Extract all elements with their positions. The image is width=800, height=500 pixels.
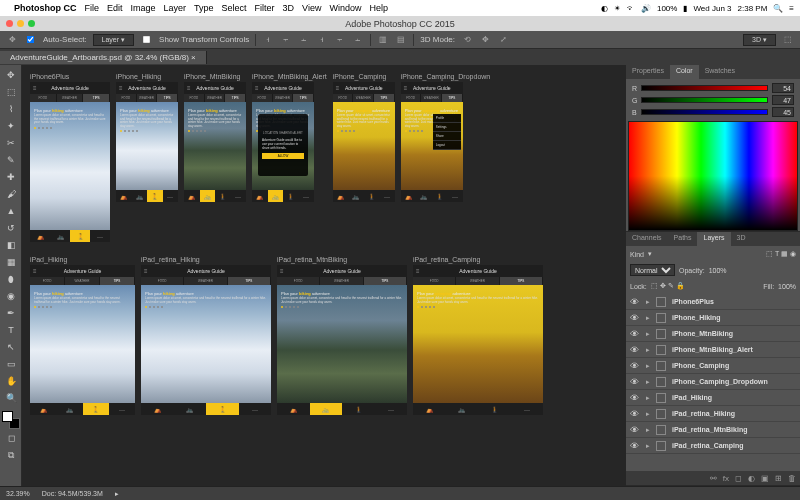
nav-more-icon[interactable]: ⋯ <box>299 190 315 202</box>
nav-more-icon[interactable]: ⋯ <box>375 403 408 415</box>
visibility-icon[interactable]: 👁 <box>630 329 640 339</box>
g-value[interactable] <box>772 95 794 105</box>
r-value[interactable] <box>772 83 794 93</box>
burger-icon[interactable]: ≡ <box>404 85 408 91</box>
nav-bike-icon[interactable]: 🚲 <box>446 403 479 415</box>
mockup-tab[interactable]: FOOD <box>401 94 422 102</box>
path-tool[interactable]: ↖ <box>0 339 22 355</box>
mockup-tab[interactable]: FOOD <box>30 277 65 285</box>
mac-menu-item[interactable]: Window <box>329 3 361 13</box>
new-layer-icon[interactable]: ⊞ <box>775 474 782 483</box>
artboard-wrapper[interactable]: iPad_retina_MtnBiking ≡Adventure Guide F… <box>277 256 407 415</box>
workspace-switcher[interactable]: 3D ▾ <box>743 34 776 46</box>
artboard[interactable]: ≡Adventure Guide FOODWEATHERTIPS Plan yo… <box>30 82 110 242</box>
nav-tent-icon[interactable]: ⛺ <box>277 403 310 415</box>
burger-icon[interactable]: ≡ <box>255 85 259 91</box>
artboard-wrapper[interactable]: iPhone_Camping ≡Adventure Guide FOODWEAT… <box>333 73 395 242</box>
link-layers-icon[interactable]: ⚯ <box>710 474 717 483</box>
disclosure-icon[interactable]: ▸ <box>646 330 650 338</box>
visibility-icon[interactable]: 👁 <box>630 409 640 419</box>
burger-icon[interactable]: ≡ <box>33 85 37 91</box>
mockup-tab[interactable]: WEATHER <box>137 94 158 102</box>
visibility-icon[interactable]: 👁 <box>630 441 640 451</box>
layer-name[interactable]: iPad_retina_Camping <box>672 442 744 449</box>
mockup-tab[interactable]: WEATHER <box>353 94 374 102</box>
nav-bike-icon[interactable]: 🚲 <box>174 403 207 415</box>
mockup-tab[interactable]: FOOD <box>277 277 320 285</box>
layer-name[interactable]: iPhone_Camping <box>672 362 729 369</box>
nav-more-icon[interactable]: ⋯ <box>447 190 463 202</box>
mac-menu-item[interactable]: Layer <box>164 3 187 13</box>
orbit-3d-icon[interactable]: ⟲ <box>461 34 473 46</box>
nav-hike-icon[interactable]: 🚶 <box>83 403 109 415</box>
nav-tent-icon[interactable]: ⛺ <box>252 190 268 202</box>
nav-hike-icon[interactable]: 🚶 <box>147 190 163 202</box>
nav-more-icon[interactable]: ⋯ <box>90 230 110 242</box>
mockup-tab[interactable]: TIPS <box>228 277 271 285</box>
layer-row[interactable]: 👁 ▸ iPhone_Camping <box>626 358 800 374</box>
mockup-tab[interactable]: TIPS <box>293 94 314 102</box>
layer-name[interactable]: iPhone_MtnBiking <box>672 330 733 337</box>
layer-row[interactable]: 👁 ▸ iPad_retina_Hiking <box>626 406 800 422</box>
nav-tent-icon[interactable]: ⛺ <box>141 403 174 415</box>
artboard-wrapper[interactable]: iPad_Hiking ≡Adventure Guide FOODWEATHER… <box>30 256 135 415</box>
nav-tent-icon[interactable]: ⛺ <box>30 403 56 415</box>
layer-name[interactable]: iPad_Hiking <box>672 394 712 401</box>
close-window-button[interactable] <box>6 20 13 27</box>
dropdown-menu[interactable]: ProfileSettingsShareLogout <box>433 114 461 150</box>
layer-row[interactable]: 👁 ▸ iPhone_Camping_Dropdown <box>626 374 800 390</box>
mockup-tab[interactable]: FOOD <box>333 94 354 102</box>
nav-hike-icon[interactable]: 🚶 <box>215 190 231 202</box>
burger-icon[interactable]: ≡ <box>416 268 420 274</box>
artboard[interactable]: ≡Adventure Guide FOODWEATHERTIPS Plan yo… <box>141 265 271 415</box>
nav-hike-icon[interactable]: 🚶 <box>364 190 380 202</box>
move-tool[interactable]: ✥ <box>0 67 22 83</box>
panel-tab[interactable]: Channels <box>626 232 668 246</box>
nav-more-icon[interactable]: ⋯ <box>239 403 272 415</box>
nav-tent-icon[interactable]: ⛺ <box>184 190 200 202</box>
nav-hike-icon[interactable]: 🚶 <box>283 190 299 202</box>
mockup-tab[interactable]: WEATHER <box>421 94 442 102</box>
mockup-tab[interactable]: TIPS <box>364 277 407 285</box>
mockup-tab[interactable]: WEATHER <box>65 277 100 285</box>
nav-hike-icon[interactable]: 🚶 <box>70 230 90 242</box>
app-name[interactable]: Photoshop CC <box>14 3 77 13</box>
mockup-tab[interactable]: WEATHER <box>320 277 363 285</box>
artboard-wrapper[interactable]: iPhone_Camping_Dropdown ≡Adventure Guide… <box>401 73 491 242</box>
b-slider[interactable] <box>641 109 768 115</box>
disclosure-icon[interactable]: ▸ <box>646 394 650 402</box>
dropdown-item[interactable]: Settings <box>433 123 461 132</box>
mac-menu-item[interactable]: Select <box>222 3 247 13</box>
mask-icon[interactable]: ◻ <box>735 474 742 483</box>
hand-tool[interactable]: ✋ <box>0 373 22 389</box>
blur-tool[interactable]: ⬮ <box>0 271 22 287</box>
lasso-tool[interactable]: ⌇ <box>0 101 22 117</box>
adjustment-icon[interactable]: ◐ <box>748 474 755 483</box>
artboard-wrapper[interactable]: iPhone_MtnBiking ≡Adventure Guide FOODWE… <box>184 73 246 242</box>
trash-icon[interactable]: 🗑 <box>788 474 796 483</box>
align-icon[interactable]: ⫞ <box>316 34 328 46</box>
pan-3d-icon[interactable]: ✥ <box>479 34 491 46</box>
mockup-tab[interactable]: FOOD <box>413 277 456 285</box>
panel-tab[interactable]: Color <box>670 65 699 79</box>
nav-bike-icon[interactable]: 🚲 <box>56 403 82 415</box>
fx-icon[interactable]: fx <box>723 474 729 483</box>
visibility-icon[interactable]: 👁 <box>630 361 640 371</box>
artboard-wrapper[interactable]: iPhone_Hiking ≡Adventure Guide FOODWEATH… <box>116 73 178 242</box>
document-tab[interactable]: AdventureGuide_Artboards.psd @ 32.4% (RG… <box>0 51 207 64</box>
panel-tab[interactable]: Layers <box>697 232 730 246</box>
nav-more-icon[interactable]: ⋯ <box>163 190 179 202</box>
group-icon[interactable]: ▣ <box>761 474 769 483</box>
artboard[interactable]: ≡Adventure Guide FOODWEATHERTIPS Plan yo… <box>184 82 246 202</box>
burger-icon[interactable]: ≡ <box>280 268 284 274</box>
nav-tent-icon[interactable]: ⛺ <box>333 190 349 202</box>
mockup-tab[interactable]: TIPS <box>442 94 463 102</box>
nav-bike-icon[interactable]: 🚲 <box>200 190 216 202</box>
burger-icon[interactable]: ≡ <box>144 268 148 274</box>
disclosure-icon[interactable]: ▸ <box>646 346 650 354</box>
disclosure-icon[interactable]: ▸ <box>646 298 650 306</box>
nav-hike-icon[interactable]: 🚶 <box>478 403 511 415</box>
nav-hike-icon[interactable]: 🚶 <box>432 190 448 202</box>
nav-tent-icon[interactable]: ⛺ <box>30 230 50 242</box>
mockup-tab[interactable]: TIPS <box>225 94 246 102</box>
